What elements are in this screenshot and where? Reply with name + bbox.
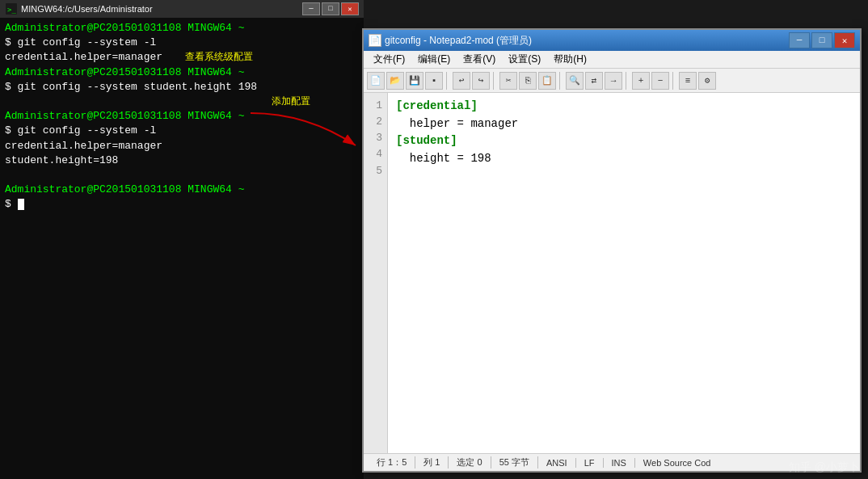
status-column: 列 1	[415, 456, 449, 468]
output-3: student.height=198	[5, 154, 118, 166]
notepad-title: gitconfig - Notepad2-mod (管理员)	[385, 34, 789, 48]
terminal-line-4: Administrator@PC201501031108 MINGW64 ~	[5, 65, 359, 80]
toolbar-zoom-in-button[interactable]: +	[632, 72, 650, 90]
terminal-blank	[5, 168, 359, 183]
terminal-title: MINGW64:/c/Users/Administrator	[21, 4, 299, 14]
cmd-1: $ git config --system -l	[5, 36, 156, 48]
toolbar-replace-button[interactable]: ⇄	[585, 72, 603, 90]
terminal-body: Administrator@PC201501031108 MINGW64 ~ $…	[0, 18, 364, 479]
cursor	[18, 199, 24, 210]
comment-1: 查看系统级配置	[185, 52, 253, 63]
terminal-titlebar: >_ MINGW64:/c/Users/Administrator ─ □ ✕	[0, 0, 364, 18]
code-helper-line: helper = manager	[396, 117, 518, 130]
toolbar-sep-5	[672, 72, 676, 90]
line-num-2: 2	[364, 114, 382, 130]
toolbar-new-button[interactable]: 📄	[367, 72, 385, 90]
notepad-window: 📄 gitconfig - Notepad2-mod (管理员) ─ □ ✕ 文…	[362, 28, 862, 473]
toolbar-redo-button[interactable]: ↪	[472, 72, 490, 90]
notepad-app-icon: 📄	[369, 34, 381, 47]
terminal-output-2: credential.helper=manager	[5, 139, 359, 153]
toolbar-sep-4	[626, 72, 629, 90]
line-numbers: 1 2 3 4 5	[364, 93, 388, 453]
terminal-window: >_ MINGW64:/c/Users/Administrator ─ □ ✕ …	[0, 0, 364, 479]
toolbar-extra-button[interactable]: ⚙	[698, 72, 716, 90]
status-selection: 选定 0	[449, 456, 491, 468]
terminal-line-7: $ git config --system -l	[5, 124, 359, 138]
toolbar-zoom-out-button[interactable]: −	[651, 72, 669, 90]
toolbar-undo-button[interactable]: ↩	[453, 72, 470, 90]
terminal-line-5: $ git config --system student.height 198	[5, 80, 359, 95]
terminal-window-controls: ─ □ ✕	[302, 2, 359, 15]
toolbar-save-all-button[interactable]: ▪	[425, 72, 443, 90]
terminal-line-6: Administrator@PC201501031108 MINGW64 ~	[5, 109, 359, 124]
prompt-3: Administrator@PC201501031108 MINGW64 ~	[5, 110, 244, 122]
terminal-line-3: credential.helper=manager 查看系统级配置	[5, 50, 359, 65]
notepad-toolbar: 📄 📂 💾 ▪ ↩ ↪ ✂ ⎘ 📋 🔍 ⇄ → + − ≡ ⚙	[364, 69, 860, 93]
menu-view[interactable]: 查看(V)	[457, 51, 502, 68]
prompt-1: Administrator@PC201501031108 MINGW64 ~	[5, 22, 244, 34]
status-schema: Web Source Cod	[635, 458, 719, 468]
terminal-cursor-line: $	[5, 197, 359, 212]
output-1: credential.helper=manager	[5, 51, 162, 63]
toolbar-sep-2	[493, 72, 496, 90]
terminal-maximize-button[interactable]: □	[322, 2, 339, 15]
toolbar-copy-button[interactable]: ⎘	[519, 72, 537, 90]
line-num-5: 5	[364, 163, 382, 179]
code-credential-header: [credential]	[396, 99, 478, 112]
terminal-line-final-prompt: Administrator@PC201501031108 MINGW64 ~	[5, 183, 359, 197]
toolbar-sep-1	[446, 72, 449, 90]
toolbar-view-button[interactable]: ≡	[679, 72, 697, 90]
output-2: credential.helper=manager	[5, 140, 162, 152]
notepad-minimize-button[interactable]: ─	[789, 32, 810, 48]
notepad-statusbar: 行 1：5 列 1 选定 0 55 字节 ANSI LF INS Web Sou…	[364, 453, 860, 471]
menu-help[interactable]: 帮助(H)	[547, 51, 593, 68]
notepad-menubar: 文件(F) 编辑(E) 查看(V) 设置(S) 帮助(H)	[364, 51, 860, 69]
notepad-content-area: 1 2 3 4 5 [credential] helper = manager …	[364, 93, 860, 453]
notepad-close-button[interactable]: ✕	[834, 32, 855, 48]
status-line-ending: LF	[576, 458, 604, 468]
status-mode: INS	[604, 458, 635, 468]
menu-settings[interactable]: 设置(S)	[502, 51, 547, 68]
menu-edit[interactable]: 编辑(E)	[411, 51, 457, 68]
terminal-line-1: Administrator@PC201501031108 MINGW64 ~	[5, 21, 359, 36]
final-dollar: $	[5, 198, 18, 210]
toolbar-goto-button[interactable]: →	[605, 72, 622, 90]
line-num-4: 4	[364, 146, 382, 162]
line-num-1: 1	[364, 98, 382, 114]
terminal-comment-2: 添加配置	[5, 95, 359, 109]
terminal-close-button[interactable]: ✕	[341, 2, 359, 15]
toolbar-paste-button[interactable]: 📋	[538, 72, 556, 90]
terminal-icon: >_	[5, 2, 18, 15]
code-student-header: [student]	[396, 134, 457, 147]
terminal-line-2: $ git config --system -l	[5, 36, 359, 50]
notepad-maximize-button[interactable]: □	[811, 32, 832, 48]
cmd-3: $ git config --system -l	[5, 124, 156, 137]
menu-file[interactable]: 文件(F)	[367, 51, 411, 68]
prompt-2: Administrator@PC201501031108 MINGW64 ~	[5, 66, 244, 78]
toolbar-cut-button[interactable]: ✂	[499, 72, 517, 90]
line-num-3: 3	[364, 130, 382, 146]
toolbar-sep-3	[559, 72, 563, 90]
comment-2: 添加配置	[272, 96, 310, 107]
toolbar-save-button[interactable]: 💾	[406, 72, 423, 90]
code-editor[interactable]: [credential] helper = manager [student] …	[388, 93, 860, 453]
toolbar-find-button[interactable]: 🔍	[566, 72, 584, 90]
code-height-line: height = 198	[396, 152, 491, 165]
status-position: 行 1：5	[369, 456, 415, 468]
notepad-window-controls: ─ □ ✕	[789, 32, 855, 48]
cmd-2: $ git config --system student.height 198	[5, 81, 257, 93]
status-encoding: ANSI	[538, 458, 576, 468]
terminal-output-3: student.height=198	[5, 153, 359, 168]
status-size: 55 字节	[491, 456, 538, 468]
toolbar-open-button[interactable]: 📂	[386, 72, 404, 90]
svg-text:>_: >_	[7, 6, 16, 14]
prompt-4: Administrator@PC201501031108 MINGW64 ~	[5, 183, 244, 195]
notepad-titlebar: 📄 gitconfig - Notepad2-mod (管理员) ─ □ ✕	[364, 30, 860, 51]
terminal-minimize-button[interactable]: ─	[302, 2, 320, 15]
